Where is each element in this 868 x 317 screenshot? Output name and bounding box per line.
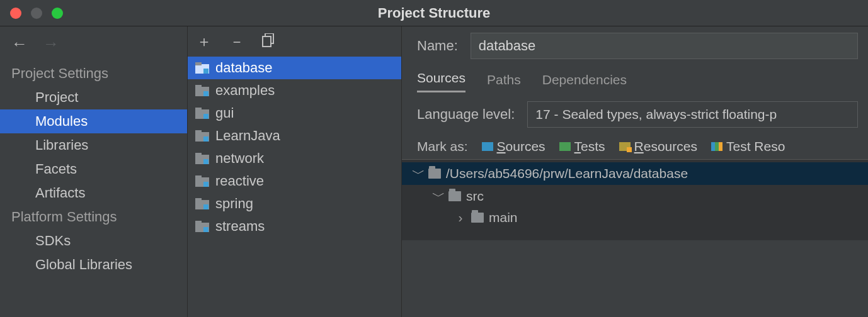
sources-color-icon [482, 142, 493, 151]
svg-rect-6 [195, 85, 202, 88]
titlebar: Project Structure [0, 0, 868, 26]
module-folder-icon [195, 153, 209, 164]
tree-row-src[interactable]: ﹀ src [402, 185, 868, 208]
svg-rect-25 [203, 227, 208, 232]
module-item-label: reactive [215, 173, 264, 189]
language-level-select[interactable]: 17 - Sealed types, always-strict floatin… [527, 101, 858, 128]
module-tabs: Sources Paths Dependencies [417, 70, 858, 92]
sidebar-heading-platform-settings: Platform Settings [0, 205, 187, 229]
mark-as-sources[interactable]: Sources [482, 139, 545, 154]
svg-rect-19 [203, 182, 208, 187]
mark-as-bar: Mark as: Sources Tests Resources Test Re… [417, 139, 858, 154]
module-folder-icon [195, 198, 209, 209]
svg-rect-10 [203, 114, 208, 119]
test-resources-color-icon [711, 142, 722, 151]
close-window-button[interactable] [10, 8, 21, 19]
window-body: ← → Project Settings Project Modules Lib… [0, 26, 868, 317]
chevron-down-icon: ﹀ [432, 187, 443, 205]
svg-rect-12 [195, 130, 202, 133]
svg-rect-22 [203, 204, 208, 209]
module-folder-icon [195, 85, 209, 96]
tree-row-main[interactable]: › main [402, 208, 868, 228]
name-label: Name: [417, 38, 458, 54]
module-folder-icon [195, 175, 209, 187]
chevron-down-icon: ﹀ [412, 165, 423, 182]
svg-rect-24 [195, 221, 202, 224]
chevron-right-icon: › [455, 210, 466, 225]
folder-icon [428, 169, 441, 179]
sidebar-item-global-libraries[interactable]: Global Libraries [0, 253, 187, 277]
remove-module-button[interactable]: － [229, 34, 244, 49]
module-list-panel: ＋ － database examples [188, 26, 402, 317]
svg-rect-15 [195, 153, 202, 156]
nav-forward-icon: → [43, 35, 59, 52]
nav-back-icon[interactable]: ← [11, 35, 28, 52]
module-name-input[interactable] [471, 33, 858, 59]
svg-rect-18 [195, 175, 202, 179]
window-controls [10, 8, 63, 19]
module-item-spring[interactable]: spring [188, 192, 401, 215]
module-folder-icon [195, 130, 209, 142]
settings-sidebar: ← → Project Settings Project Modules Lib… [0, 26, 188, 317]
svg-rect-7 [203, 91, 208, 96]
module-folder-icon [195, 221, 209, 232]
module-item-label: spring [215, 196, 253, 212]
svg-rect-1 [263, 36, 271, 47]
module-item-examples[interactable]: examples [188, 79, 401, 102]
module-item-label: examples [215, 82, 275, 99]
module-item-label: LearnJava [215, 128, 280, 144]
svg-rect-3 [195, 62, 202, 65]
sidebar-item-libraries[interactable]: Libraries [0, 133, 187, 157]
module-item-learnjava[interactable]: LearnJava [188, 125, 401, 147]
folder-icon [448, 191, 461, 201]
language-level-label: Language level: [417, 106, 515, 123]
module-item-streams[interactable]: streams [188, 215, 401, 238]
content-root-tree: ﹀ /Users/ab54696/prw/LearnJava/database … [402, 159, 868, 240]
tab-paths[interactable]: Paths [487, 72, 521, 92]
copy-module-button[interactable] [262, 33, 275, 50]
sidebar-item-project[interactable]: Project [0, 86, 187, 109]
module-list-toolbar: ＋ － [188, 26, 401, 57]
module-list: database examples gui LearnJava network [188, 57, 401, 317]
mark-as-tests[interactable]: Tests [559, 139, 605, 154]
svg-rect-21 [195, 198, 202, 201]
svg-rect-9 [195, 108, 202, 111]
tree-row-label: main [489, 210, 518, 225]
module-item-reactive[interactable]: reactive [188, 170, 401, 192]
sidebar-item-sdks[interactable]: SDKs [0, 229, 187, 253]
project-structure-window: Project Structure ← → Project Settings P… [0, 0, 868, 317]
tab-dependencies[interactable]: Dependencies [542, 72, 627, 92]
copy-icon [262, 33, 275, 47]
module-item-gui[interactable]: gui [188, 102, 401, 125]
tab-sources[interactable]: Sources [417, 70, 465, 92]
module-item-label: gui [215, 105, 234, 121]
mark-as-test-resources[interactable]: Test Reso [711, 139, 785, 154]
svg-rect-13 [203, 136, 208, 142]
module-item-label: database [215, 60, 273, 76]
module-item-network[interactable]: network [188, 147, 401, 170]
mark-as-resources[interactable]: Resources [619, 139, 697, 154]
module-item-label: network [215, 150, 264, 167]
module-detail-panel: Name: Sources Paths Dependencies Languag… [402, 26, 868, 317]
sidebar-item-modules[interactable]: Modules [0, 109, 187, 133]
folder-icon [471, 213, 484, 223]
tests-color-icon [559, 142, 571, 151]
module-item-database[interactable]: database [188, 57, 401, 79]
resources-color-icon [619, 142, 631, 151]
svg-rect-4 [203, 69, 208, 74]
tree-row-root[interactable]: ﹀ /Users/ab54696/prw/LearnJava/database [402, 162, 868, 185]
add-module-button[interactable]: ＋ [197, 34, 212, 49]
sidebar-item-facets[interactable]: Facets [0, 157, 187, 181]
window-title: Project Structure [0, 5, 868, 21]
module-folder-icon [195, 62, 209, 74]
zoom-window-button[interactable] [52, 8, 63, 19]
nav-arrows: ← → [0, 31, 187, 62]
tree-row-label: /Users/ab54696/prw/LearnJava/database [446, 166, 688, 181]
mark-as-label: Mark as: [417, 139, 468, 154]
language-level-value: 17 - Sealed types, always-strict floatin… [535, 107, 777, 122]
sidebar-item-artifacts[interactable]: Artifacts [0, 181, 187, 205]
svg-rect-16 [203, 159, 208, 164]
minimize-window-button[interactable] [31, 8, 42, 19]
module-folder-icon [195, 108, 209, 119]
sidebar-heading-project-settings: Project Settings [0, 62, 187, 86]
